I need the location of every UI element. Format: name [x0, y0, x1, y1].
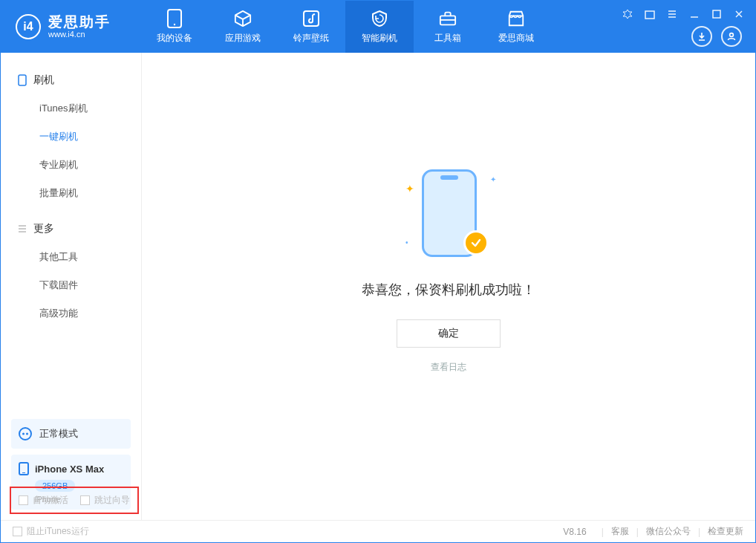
sidebar-section-title: 刷机 [33, 74, 54, 87]
nav-label: 爱思商城 [498, 32, 534, 45]
menu-icon[interactable] [666, 8, 678, 20]
nav-label: 智能刷机 [362, 32, 397, 45]
sidebar-item-pro-flash[interactable]: 专业刷机 [1, 151, 141, 179]
svg-rect-4 [645, 11, 654, 19]
close-icon[interactable] [733, 8, 745, 20]
device-icon [166, 10, 183, 27]
success-title: 恭喜您，保资料刷机成功啦！ [362, 281, 535, 299]
list-icon [17, 224, 27, 234]
svg-rect-5 [713, 10, 720, 18]
checkbox-icon [19, 495, 28, 505]
device-mode-label: 正常模式 [39, 427, 78, 440]
main-content: ✦✦• 恭喜您，保资料刷机成功啦！ 确定 查看日志 [142, 53, 755, 520]
sidebar-section-flash[interactable]: 刷机 [1, 66, 141, 94]
success-illustration: ✦✦• [404, 169, 493, 259]
checkbox-label: 自动激活 [33, 494, 68, 507]
mode-icon [19, 427, 32, 440]
checkbox-label: 跳过向导 [94, 494, 130, 507]
checkbox-auto-activate[interactable]: 自动激活 [19, 494, 68, 507]
titlebar: i4 爱思助手 www.i4.cn 我的设备 应用游戏 铃声壁纸 智能刷机 [1, 1, 755, 53]
app-url: www.i4.cn [48, 30, 111, 39]
download-manager-button[interactable] [691, 26, 712, 47]
link-check-update[interactable]: 检查更新 [708, 525, 743, 538]
nav-label: 我的设备 [157, 32, 192, 45]
checkbox-block-itunes[interactable]: 阻止iTunes运行 [13, 525, 89, 538]
phone-small-icon [17, 75, 27, 85]
theme-icon[interactable] [622, 8, 633, 20]
nav-label: 应用游戏 [225, 32, 261, 45]
window-controls [622, 8, 745, 20]
nav-label: 工具箱 [434, 32, 461, 45]
nav-my-device[interactable]: 我的设备 [140, 1, 209, 53]
link-wechat[interactable]: 微信公众号 [646, 525, 691, 538]
skin-icon[interactable] [644, 8, 656, 20]
sidebar: 刷机 iTunes刷机 一键刷机 专业刷机 批量刷机 更多 其他工具 下载固件 … [1, 53, 142, 520]
checkbox-icon [80, 495, 90, 505]
user-account-button[interactable] [721, 26, 742, 47]
version-label: V8.16 [563, 527, 586, 537]
sidebar-item-batch-flash[interactable]: 批量刷机 [1, 179, 141, 207]
nav-smart-flash[interactable]: 智能刷机 [345, 1, 414, 53]
toolbox-icon [439, 10, 457, 27]
shield-icon [371, 10, 388, 27]
sidebar-item-oneclick-flash[interactable]: 一键刷机 [1, 123, 141, 151]
maximize-icon[interactable] [711, 8, 723, 20]
nav-apps-games[interactable]: 应用游戏 [209, 1, 277, 53]
nav-label: 铃声壁纸 [293, 32, 329, 45]
nav-toolbox[interactable]: 工具箱 [414, 1, 482, 53]
device-mode-card[interactable]: 正常模式 [11, 419, 131, 449]
store-icon [507, 10, 525, 27]
svg-point-1 [174, 23, 175, 25]
checkbox-skip-guide[interactable]: 跳过向导 [80, 494, 130, 507]
checkbox-label: 阻止iTunes运行 [27, 525, 89, 538]
device-phone-icon [19, 462, 29, 475]
status-bar: 阻止iTunes运行 V8.16 | 客服 | 微信公众号 | 检查更新 [1, 520, 755, 542]
device-name: iPhone XS Max [35, 464, 104, 475]
app-name: 爱思助手 [48, 15, 111, 30]
view-log-link[interactable]: 查看日志 [431, 361, 466, 374]
sidebar-item-itunes-flash[interactable]: iTunes刷机 [1, 94, 141, 123]
top-nav: 我的设备 应用游戏 铃声壁纸 智能刷机 工具箱 爱思商城 [140, 1, 550, 53]
sidebar-section-more[interactable]: 更多 [1, 215, 141, 243]
ok-button[interactable]: 确定 [397, 319, 501, 348]
svg-rect-2 [304, 11, 319, 26]
app-logo[interactable]: i4 爱思助手 www.i4.cn [16, 14, 111, 39]
checkbox-icon [13, 527, 22, 536]
nav-store[interactable]: 爱思商城 [482, 1, 550, 53]
nav-ringtones-wallpapers[interactable]: 铃声壁纸 [277, 1, 345, 53]
link-support[interactable]: 客服 [611, 525, 629, 538]
music-icon [302, 10, 320, 27]
flash-option-box: 自动激活 跳过向导 [10, 487, 139, 514]
sidebar-item-download-firmware[interactable]: 下载固件 [1, 271, 141, 299]
svg-point-6 [730, 33, 734, 37]
logo-badge-icon: i4 [16, 14, 41, 39]
svg-rect-7 [19, 75, 26, 85]
minimize-icon[interactable] [688, 8, 700, 20]
sidebar-item-advanced[interactable]: 高级功能 [1, 299, 141, 328]
check-badge-icon [463, 230, 489, 256]
sidebar-section-title: 更多 [33, 222, 54, 235]
sidebar-item-other-tools[interactable]: 其他工具 [1, 243, 141, 271]
box-icon [234, 10, 252, 27]
